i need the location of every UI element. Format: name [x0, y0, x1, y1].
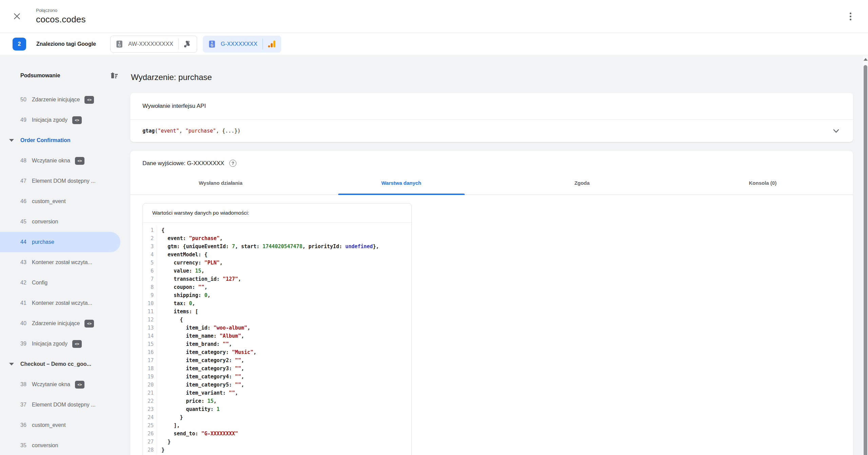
code-text: item_category: "Music", — [157, 348, 256, 356]
code-text: { — [157, 316, 183, 324]
output-tab[interactable]: Konsola (0) — [672, 171, 853, 195]
code-line: 25 ], — [143, 421, 411, 430]
tag-count-badge: 2 — [13, 38, 26, 51]
output-tab[interactable]: Warstwa danych — [311, 171, 492, 195]
sidebar-event-item[interactable]: 43 Kontener został wczyta... <> — [0, 252, 120, 273]
event-number: 44 — [20, 239, 32, 245]
sidebar-event-item[interactable]: 42 Config <> — [0, 273, 120, 293]
code-text: quantity: 1 — [157, 405, 220, 413]
event-label: Element DOM dostępny ... — [32, 402, 96, 408]
content-area: Podsumowanie 50 Zdarzenie inicjujące <> … — [0, 56, 868, 455]
top-bar: Połączono cocos.codes — [0, 0, 868, 33]
event-label: purchase — [32, 239, 54, 245]
sidebar-event-item[interactable]: 49 Inicjacja zgody <> — [0, 110, 120, 130]
sidebar-event-item[interactable]: 47 Element DOM dostępny ... <> — [0, 171, 120, 191]
event-label: Zdarzenie inicjujące — [32, 320, 80, 327]
code-text: send_to: "G-XXXXXXXX" — [157, 430, 238, 438]
code-line: 28 } — [143, 446, 411, 454]
group-label: Order Confirmation — [20, 137, 71, 143]
line-number: 19 — [143, 373, 157, 381]
code-line: 14 item_name: "Album", — [143, 332, 411, 340]
svg-text:G: G — [118, 43, 121, 47]
summary-label[interactable]: Podsumowanie — [20, 73, 109, 79]
chevron-down-icon — [831, 126, 841, 136]
event-label: conversion — [32, 442, 58, 449]
code-line: 8 coupon: "", — [143, 283, 411, 291]
sidebar-event-item[interactable]: 48 Wczytanie okna <> — [0, 151, 120, 171]
event-label: Wczytanie okna — [32, 381, 70, 388]
sidebar-event-item[interactable]: 45 conversion <> — [0, 212, 120, 232]
sidebar-event-item[interactable]: 46 custom_event <> — [0, 191, 120, 212]
tags-bar: 2 Znaleziono tagi Google G AW-XXXXXXXXX … — [0, 33, 868, 55]
scrollbar-thumb[interactable] — [864, 65, 867, 455]
line-number: 10 — [143, 299, 157, 308]
code-line: 11 items: [ — [143, 308, 411, 316]
code-line: 22 price: 15, — [143, 397, 411, 405]
sidebar-event-item[interactable]: 39 Inicjacja zgody <> — [0, 334, 120, 354]
pill-divider — [263, 39, 263, 50]
google-ads-icon — [183, 39, 192, 48]
event-number: 35 — [20, 442, 32, 449]
event-number: 38 — [20, 381, 32, 388]
sidebar-event-item[interactable]: 41 Kontener został wczyta... <> — [0, 293, 120, 313]
line-number: 27 — [143, 438, 157, 446]
code-text: item_category4: "", — [157, 373, 244, 381]
sidebar-event-item[interactable]: 40 Zdarzenie inicjujące <> — [0, 313, 120, 334]
clear-list-icon — [109, 71, 119, 80]
google-analytics-icon — [267, 39, 276, 48]
sidebar-event-item[interactable]: 44 purchase <> — [0, 232, 120, 252]
sidebar-event-item[interactable]: 36 custom_event <> — [0, 415, 120, 435]
vertical-scrollbar[interactable] — [863, 56, 868, 455]
event-number: 49 — [20, 117, 32, 123]
code-line: 4 eventModel: { — [143, 251, 411, 259]
tag-pill[interactable]: G AW-XXXXXXXXX — [110, 36, 197, 53]
code-text: item_category5: "", — [157, 381, 244, 389]
output-tab[interactable]: Wysłano działania — [130, 171, 311, 195]
scroll-up-arrow-icon[interactable] — [864, 58, 868, 61]
code-text: } — [157, 413, 183, 421]
code-text: event: "purchase", — [157, 234, 223, 242]
tag-pill[interactable]: G G-XXXXXXXX — [203, 36, 281, 53]
event-label: Config — [32, 280, 47, 286]
svg-text:G: G — [211, 43, 213, 47]
sidebar-group-item[interactable]: Order Confirmation — [0, 130, 126, 151]
line-number: 25 — [143, 421, 157, 430]
line-number: 24 — [143, 413, 157, 421]
event-label: Zdarzenie inicjujące — [32, 97, 80, 103]
event-sidebar: Podsumowanie 50 Zdarzenie inicjujące <> … — [0, 56, 126, 455]
event-label: custom_event — [32, 198, 66, 204]
api-call-card: Wywołanie interfejsu API gtag("event", "… — [130, 93, 853, 142]
sidebar-group-item[interactable]: Checkout – Demo cc_goo... — [0, 354, 126, 374]
code-tag-icon: <> — [75, 157, 84, 165]
clear-list-button[interactable] — [109, 71, 119, 80]
line-number: 26 — [143, 430, 157, 438]
line-number: 22 — [143, 397, 157, 405]
kebab-icon — [850, 13, 851, 14]
close-button[interactable] — [7, 7, 26, 26]
tab-label: Konsola (0) — [749, 180, 777, 186]
output-card-header: Dane wyjściowe: G-XXXXXXXX ? — [130, 151, 853, 171]
tag-label-icon: G — [208, 40, 216, 48]
event-number: 45 — [20, 219, 32, 225]
expand-api-call-button[interactable] — [831, 126, 841, 136]
code-text: coupon: "", — [157, 283, 207, 291]
event-number: 40 — [20, 320, 32, 327]
event-label: Wczytanie okna — [32, 158, 70, 164]
sidebar-event-item[interactable]: 50 Zdarzenie inicjujące <> — [0, 90, 120, 110]
pill-divider — [178, 39, 179, 50]
close-icon — [13, 12, 21, 21]
line-number: 21 — [143, 389, 157, 397]
sidebar-event-item[interactable]: 35 conversion <> — [0, 435, 120, 455]
code-text: { — [157, 226, 165, 234]
output-tab[interactable]: Zgoda — [492, 171, 673, 195]
sidebar-event-item[interactable]: 37 Element DOM dostępny ... <> — [0, 395, 120, 415]
help-icon[interactable]: ? — [229, 160, 236, 167]
code-text: item_variant: "", — [157, 389, 238, 397]
api-code: gtag("event", "purchase", {...}) — [142, 128, 831, 134]
more-options-button[interactable] — [843, 9, 858, 24]
code-line: 2 event: "purchase", — [143, 234, 411, 242]
code-text: shipping: 0, — [157, 291, 211, 299]
code-line: 23 quantity: 1 — [143, 405, 411, 413]
code-line: 12 { — [143, 316, 411, 324]
sidebar-event-item[interactable]: 38 Wczytanie okna <> — [0, 374, 120, 395]
